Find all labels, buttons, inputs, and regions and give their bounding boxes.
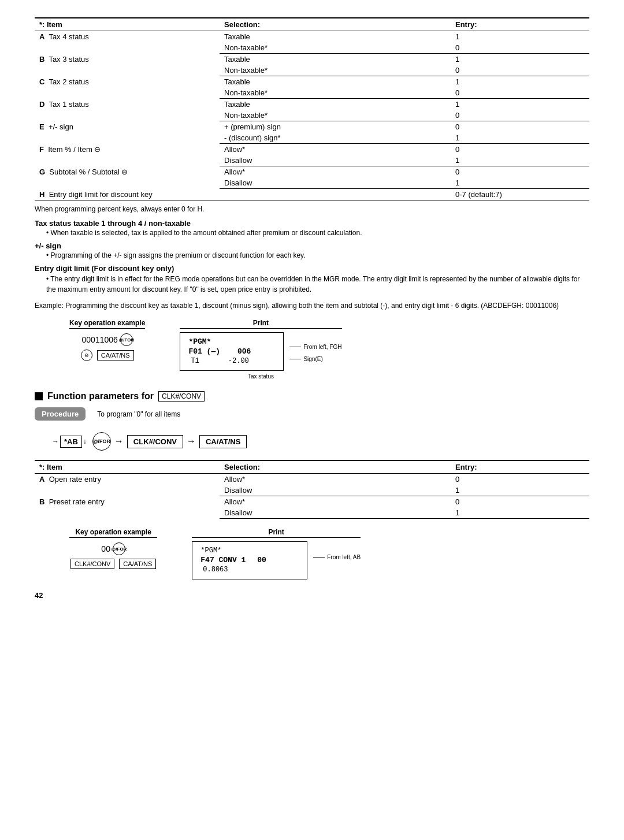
selection-c2: Non-taxable* (220, 87, 451, 99)
pgm-line-1: *PGM* (188, 337, 275, 346)
table-row: H Entry digit limit for discount key 0-7… (35, 189, 589, 200)
key-operation-1: Key operation example 00011006 @/FOR ⊖ C… (69, 319, 145, 363)
entry-c2: 0 (451, 87, 589, 99)
example-text: Example: Programming the discount key as… (35, 302, 589, 310)
selection-a1: Taxable (220, 31, 451, 43)
selection-f1: Allow* (220, 144, 451, 155)
procedure-header: Procedure To program "0" for all items (35, 407, 589, 421)
selection-h (220, 189, 451, 200)
receipt2-00: 00 (257, 556, 266, 564)
item-letter-d: D (39, 100, 44, 109)
selection-g1: Allow* (220, 166, 451, 178)
section-bullet-digit: • The entry digit limit is in effect for… (46, 274, 589, 295)
item-letter-e: E (39, 122, 44, 131)
entry-g2: 1 (451, 177, 589, 189)
minus-circle-key: ⊖ (81, 350, 92, 361)
entry2-a1: 0 (451, 474, 589, 485)
tax-status-label: Tax status (248, 373, 274, 380)
selection-d2: Non-taxable* (220, 110, 451, 121)
entry-e2: 1 (451, 132, 589, 144)
procedure-button: Procedure (35, 407, 86, 421)
col-header-selection: Selection: (220, 18, 451, 31)
key-value-2: 00 (101, 544, 110, 553)
col2-header-entry: Entry: (451, 460, 589, 474)
table-2: *: Item Selection: Entry: A Open rate en… (35, 460, 589, 519)
selection-c1: Taxable (220, 76, 451, 88)
table-row: C Tax 2 status Taxable 1 (35, 76, 589, 88)
section-bullet-tax: • When taxable is selected, tax is appli… (46, 229, 589, 237)
ca-at-ns-key-1: CA/AT/NS (97, 350, 134, 360)
ca-at-ns-key-2: CA/AT/NS (119, 559, 156, 569)
col-header-entry: Entry: (451, 18, 589, 31)
section-digit: Entry digit limit (For discount key only… (35, 264, 589, 295)
entry-b2: 0 (451, 65, 589, 76)
item2-letter-a: A (39, 475, 44, 484)
entry-b1: 1 (451, 54, 589, 65)
selection2-b1: Allow* (220, 496, 451, 508)
key-print-section-2: Key operation example 00 @/FOR CLK#/CONV… (69, 528, 589, 579)
for-key-flow: @/FOR (92, 432, 111, 451)
item2-b-text: Preset rate entry (49, 497, 105, 506)
entry2-a2: 1 (451, 485, 589, 496)
key-value-1: 00011006 (82, 335, 118, 344)
key-row-3: 00 @/FOR (101, 542, 125, 555)
clk-conv-key-heading: CLK#/CONV (158, 391, 205, 402)
item-b-text: Tax 3 status (49, 55, 88, 64)
table-row: D Tax 1 status Taxable 1 (35, 99, 589, 110)
ca-at-ns-flow-box: CA/AT/NS (199, 435, 247, 448)
receipt-with-annotations-2: *PGM* F47 CONV 1 00 0.8063 From left, AB (192, 541, 361, 579)
table-row: E +/- sign + (premium) sign 0 (35, 121, 589, 133)
key-operation-2: Key operation example 00 @/FOR CLK#/CONV… (69, 528, 157, 571)
item-h-text: Entry digit limit for discount key (49, 190, 153, 199)
col2-header-item: *: Item (35, 460, 220, 474)
black-square-icon (35, 392, 43, 400)
procedure-note-text: To program "0" for all items (97, 410, 180, 418)
function-params-heading: Function parameters for CLK#/CONV (35, 391, 589, 402)
receipt-minus200: -2.00 (228, 357, 249, 365)
table-row: B Preset rate entry Allow* 0 (35, 496, 589, 508)
section-heading-sign: +/- sign (35, 241, 589, 250)
receipt-006: 006 (237, 347, 251, 356)
section-tax-status: Tax status taxable 1 through 4 / non-tax… (35, 219, 589, 237)
print-area-2: Print *PGM* F47 CONV 1 00 0.8063 From le… (192, 528, 361, 579)
item-a-text: Tax 4 status (49, 32, 88, 41)
procedure-section: Procedure To program "0" for all items →… (35, 407, 589, 460)
entry-e1: 0 (451, 121, 589, 133)
procedure-flow: → *AB ↓ @/FOR → CLK#/CONV → CA/AT/NS (52, 432, 589, 451)
entry-g1: 0 (451, 166, 589, 178)
item2-a-text: Open rate entry (49, 475, 101, 484)
arrow-1: → (114, 436, 124, 447)
selection-f2: Disallow (220, 155, 451, 166)
key-print-section-1: Key operation example 00011006 @/FOR ⊖ C… (69, 319, 589, 380)
section-heading-tax: Tax status taxable 1 through 4 / non-tax… (35, 219, 589, 228)
clk-conv-key-2: CLK#/CONV (70, 559, 114, 569)
key-op-title-1: Key operation example (69, 319, 145, 329)
entry-a1: 1 (451, 31, 589, 43)
selection-b1: Taxable (220, 54, 451, 65)
print-receipt-2: *PGM* F47 CONV 1 00 0.8063 (192, 541, 307, 579)
item-letter-g: G (39, 168, 45, 176)
annotation-from-left-fgh: From left, FGH (289, 344, 341, 350)
selection-b2: Non-taxable* (220, 65, 451, 76)
print-receipt-1: *PGM* F01 (—) 006 T1 -2.00 (180, 332, 284, 371)
receipt-with-annotations-1: *PGM* F01 (—) 006 T1 -2.00 From left, FG… (180, 332, 341, 371)
ab-flow-block: → *AB ↓ (52, 437, 87, 446)
entry-d2: 0 (451, 110, 589, 121)
table-1: *: Item Selection: Entry: A Tax 4 status… (35, 17, 589, 200)
col2-header-selection: Selection: (220, 460, 451, 474)
entry-d1: 1 (451, 99, 589, 110)
item-letter-h: H (39, 190, 44, 199)
entry2-b1: 0 (451, 496, 589, 508)
table-row: B Tax 3 status Taxable 1 (35, 54, 589, 65)
receipt2-rate: 0.8063 (200, 566, 299, 574)
selection-g2: Disallow (220, 177, 451, 189)
entry-h: 0-7 (default:7) (451, 189, 589, 200)
item-c-text: Tax 2 status (49, 77, 88, 86)
selection-e2: - (discount) sign* (220, 132, 451, 144)
selection-a2: Non-taxable* (220, 42, 451, 54)
item-g-text: Subtotal % / Subtotal ⊖ (49, 168, 128, 176)
function-heading-text: Function parameters for (47, 391, 154, 402)
print-title-2: Print (192, 528, 361, 538)
item-f-text: Item % / Item ⊖ (48, 145, 101, 154)
receipt-f01: F01 (—) (188, 347, 220, 356)
